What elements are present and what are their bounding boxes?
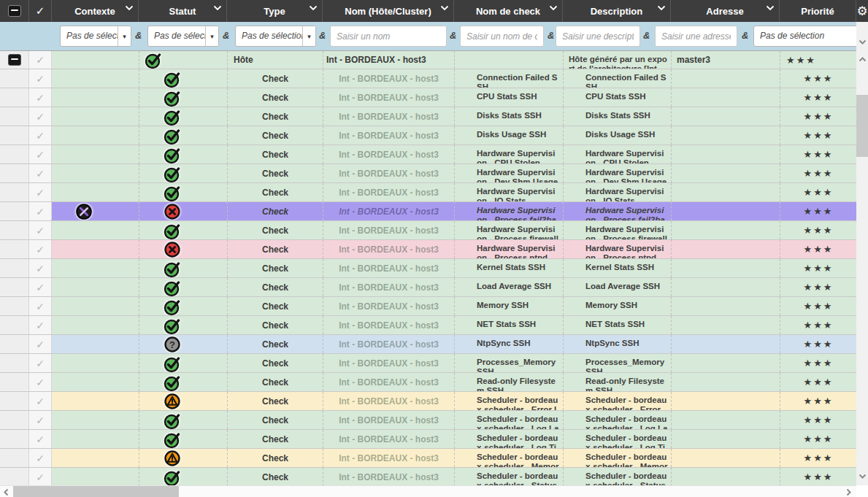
row-selected-check-icon[interactable]: ✓: [36, 111, 45, 123]
row-selected-check-icon[interactable]: ✓: [36, 244, 45, 255]
table-row[interactable]: ✓CheckInt - BORDEAUX - host3Hardware Sup…: [0, 240, 856, 259]
priorite-filter-select[interactable]: Pas de sélection: [753, 26, 863, 47]
table-row[interactable]: ✓CheckInt - BORDEAUX - host3Scheduler - …: [0, 468, 856, 485]
row-selected-check-icon[interactable]: ✓: [36, 415, 45, 426]
chevron-down-icon[interactable]: [213, 2, 222, 13]
table-row[interactable]: ✓CheckInt - BORDEAUX - host3Hardware Sup…: [0, 202, 856, 221]
row-selected-check-icon[interactable]: ✓: [36, 471, 45, 483]
scroll-left-icon[interactable]: [0, 486, 12, 497]
column-header-description[interactable]: Description: [563, 0, 671, 22]
table-row[interactable]: ✓CheckInt - BORDEAUX - host3Hardware Sup…: [0, 145, 856, 164]
row-selected-check-icon[interactable]: ✓: [36, 54, 45, 66]
table-row[interactable]: ✓?CheckInt - BORDEAUX - host3NtpSync SSH…: [0, 335, 856, 354]
nom-de-check-filter-input[interactable]: [460, 26, 544, 47]
scroll-down-icon[interactable]: [856, 471, 868, 482]
chevron-down-icon[interactable]: [125, 2, 134, 13]
table-row[interactable]: ✓CheckInt - BORDEAUX - host3NET Stats SS…: [0, 316, 856, 335]
collapse-all-cell[interactable]: [0, 0, 29, 22]
column-header-statut[interactable]: Statut: [139, 0, 227, 22]
collapse-row-icon[interactable]: [8, 54, 21, 66]
cell-adresse: [671, 335, 780, 353]
column-header-nom-de-check[interactable]: Nom de check: [454, 0, 563, 22]
collapse-all-icon[interactable]: [8, 5, 21, 17]
table-row[interactable]: ✓CheckInt - BORDEAUX - host3Disks Usage …: [0, 126, 856, 145]
row-selected-check-icon[interactable]: ✓: [36, 206, 45, 217]
chevron-down-icon[interactable]: [657, 2, 666, 13]
nom-filter-input[interactable]: [330, 26, 447, 47]
table-row[interactable]: ✓CheckInt - BORDEAUX - host3CPU Stats SS…: [0, 88, 856, 107]
horizontal-scrollbar[interactable]: [0, 485, 856, 497]
status-ok-icon: [163, 259, 182, 277]
table-row[interactable]: ✓CheckInt - BORDEAUX - host3Scheduler - …: [0, 449, 856, 468]
table-row[interactable]: ✓CheckInt - BORDEAUX - host3Scheduler - …: [0, 392, 856, 411]
row-selected-check-icon[interactable]: ✓: [36, 282, 45, 293]
row-selected-check-icon[interactable]: ✓: [36, 452, 45, 464]
row-selected-check-icon[interactable]: ✓: [36, 358, 45, 369]
table-row[interactable]: ✓CheckInt - BORDEAUX - host3Load Average…: [0, 278, 856, 297]
row-selected-check-icon[interactable]: ✓: [36, 168, 45, 180]
contexte-filter-select[interactable]: Pas de sélection ▾: [60, 26, 131, 47]
vertical-scrollbar[interactable]: [856, 22, 868, 485]
table-row[interactable]: ✓CheckInt - BORDEAUX - host3Memory SSHMe…: [0, 297, 856, 316]
row-select-cell: ✓: [29, 259, 52, 277]
row-selected-check-icon[interactable]: ✓: [36, 187, 45, 199]
statut-filter-select[interactable]: Pas de sélection ▾: [147, 26, 219, 47]
table-row[interactable]: ✓CheckInt - BORDEAUX - host3Hardware Sup…: [0, 221, 856, 240]
row-selected-check-icon[interactable]: ✓: [36, 301, 45, 312]
cell-nom-de-check: Hardware Supervision - Dev Shm Usage: [454, 164, 563, 182]
gear-icon[interactable]: ⚙: [856, 5, 867, 18]
priority-stars: ★★★: [780, 392, 856, 410]
cell-statut: [139, 449, 227, 467]
column-header-adresse[interactable]: Adresse: [671, 0, 780, 22]
row-selected-check-icon[interactable]: ✓: [36, 225, 45, 236]
priority-stars: ★★★: [780, 373, 856, 391]
cell-nom-de-check: Hardware Supervision - CPU Stolen: [454, 145, 563, 163]
table-row[interactable]: ✓HôteInt - BORDEAUX - host3Hôte généré p…: [0, 51, 856, 69]
table-row[interactable]: ✓CheckInt - BORDEAUX - host3Scheduler - …: [0, 411, 856, 430]
chevron-down-icon[interactable]: [440, 2, 449, 13]
table-row[interactable]: ✓CheckInt - BORDEAUX - host3Hardware Sup…: [0, 164, 856, 183]
status-ok-icon: [163, 145, 182, 163]
scroll-up-icon[interactable]: [856, 53, 868, 65]
chevron-down-icon[interactable]: [766, 2, 775, 13]
adresse-filter-input[interactable]: [655, 26, 737, 47]
row-selected-check-icon[interactable]: ✓: [36, 377, 45, 388]
cell-nom: Int - BORDEAUX - host3: [323, 354, 454, 372]
row-selected-check-icon[interactable]: ✓: [36, 434, 45, 445]
table-row[interactable]: ✓CheckInt - BORDEAUX - host3Scheduler - …: [0, 430, 856, 449]
type-filter-select[interactable]: Pas de sélection ▾: [235, 26, 316, 47]
horizontal-scrollbar-thumb[interactable]: [13, 486, 179, 497]
column-header-priorite[interactable]: Priorité: [780, 0, 856, 22]
row-selected-check-icon[interactable]: ✓: [36, 339, 45, 350]
table-row[interactable]: ✓CheckInt - BORDEAUX - host3Hardware Sup…: [0, 183, 856, 202]
table-row[interactable]: ✓CheckInt - BORDEAUX - host3Disks Stats …: [0, 107, 856, 126]
chevron-down-icon[interactable]: [549, 2, 558, 13]
description-filter-input[interactable]: [556, 26, 640, 47]
maintenance-icon: [74, 202, 93, 220]
vertical-scrollbar-thumb[interactable]: [856, 95, 868, 157]
select-all-check-icon[interactable]: ✓: [36, 4, 45, 18]
row-selected-check-icon[interactable]: ✓: [36, 92, 45, 104]
row-selected-check-icon[interactable]: ✓: [36, 73, 45, 85]
cell-statut: [139, 145, 227, 163]
row-selected-check-icon[interactable]: ✓: [36, 263, 45, 274]
row-selected-check-icon[interactable]: ✓: [36, 396, 45, 407]
column-header-contexte[interactable]: Contexte: [52, 0, 139, 22]
table-settings-cell[interactable]: ⚙: [856, 0, 868, 22]
row-selected-check-icon[interactable]: ✓: [36, 320, 45, 331]
cell-nom-de-check: Hardware Supervision - Process firewall: [454, 221, 563, 239]
select-all-cell[interactable]: ✓: [29, 0, 52, 22]
table-row[interactable]: ✓CheckInt - BORDEAUX - host3Connection F…: [0, 69, 856, 88]
table-row[interactable]: ✓CheckInt - BORDEAUX - host3Read-only Fi…: [0, 373, 856, 392]
column-header-nom[interactable]: Nom (Hôte/Cluster): [323, 0, 454, 22]
priority-stars: ★★★: [780, 126, 856, 145]
chevron-down-icon[interactable]: [309, 2, 318, 13]
table-row[interactable]: ✓CheckInt - BORDEAUX - host3Kernel Stats…: [0, 259, 856, 278]
row-selected-check-icon[interactable]: ✓: [36, 130, 45, 142]
table-row[interactable]: ✓CheckInt - BORDEAUX - host3Processes_Me…: [0, 354, 856, 373]
scroll-right-icon[interactable]: [843, 486, 855, 497]
column-header-type[interactable]: Type: [227, 0, 323, 22]
filter-scroll-down-icon[interactable]: [856, 36, 868, 48]
cell-contexte: [52, 51, 139, 69]
row-selected-check-icon[interactable]: ✓: [36, 149, 45, 161]
